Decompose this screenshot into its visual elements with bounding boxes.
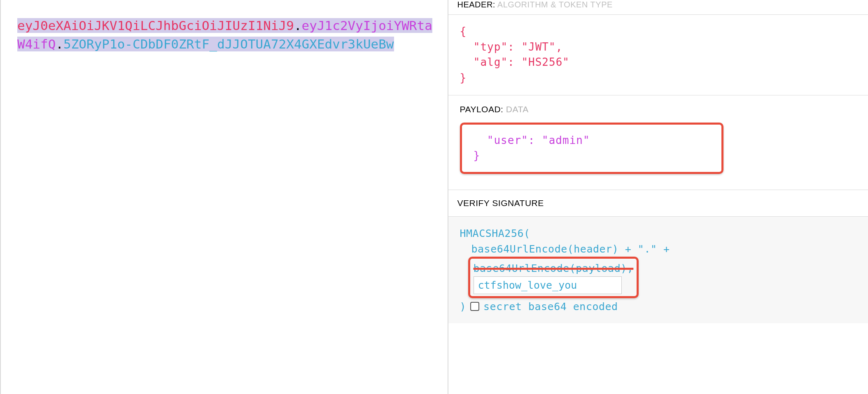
payload-section-title: PAYLOAD: DATA — [460, 104, 857, 114]
secret-highlight-box: base64UrlEncode(payload), — [468, 257, 639, 298]
verify-signature-body: HMACSHA256( base64UrlEncode(header) + ".… — [448, 216, 868, 323]
secret-checkbox-row: ) secret base64 encoded — [460, 299, 857, 315]
header-decoded-body[interactable]: { "typ": "JWT", "alg": "HS256" } — [448, 14, 868, 95]
jwt-header-segment: eyJ0eXAiOiJKV1QiLCJhbGciOiJIUzI1NiJ9 — [17, 18, 294, 33]
header-section-sublabel: ALGORITHM & TOKEN TYPE — [497, 0, 613, 9]
verify-signature-code: HMACSHA256( base64UrlEncode(header) + ".… — [460, 226, 857, 314]
payload-json-code: "user": "admin" } — [474, 133, 710, 164]
secret-base64-checkbox[interactable] — [470, 302, 479, 311]
verify-b64-header-line: base64UrlEncode(header) + "." + — [460, 241, 857, 257]
verify-b64-payload-line: base64UrlEncode(payload), — [474, 261, 634, 276]
payload-user-line: "user": "admin" — [474, 133, 710, 148]
secret-base64-label: secret base64 encoded — [483, 299, 618, 315]
verify-payload-striked: base64UrlEncode(payload), — [474, 262, 634, 274]
jwt-dot-2: . — [56, 37, 63, 51]
secret-highlight-wrapper: base64UrlEncode(payload), — [460, 257, 857, 298]
header-section-label: HEADER: — [457, 0, 495, 9]
header-brace-open: { — [460, 24, 857, 39]
secret-input[interactable] — [474, 276, 622, 294]
payload-section: PAYLOAD: DATA "user": "admin" } — [448, 95, 868, 190]
jwt-encoded-token[interactable]: eyJ0eXAiOiJKV1QiLCJhbGciOiJIUzI1NiJ9.eyJ… — [17, 18, 432, 51]
payload-title-label: PAYLOAD: — [460, 104, 504, 114]
jwt-signature-segment: 5ZORyP1o-CDbDF0ZRtF_dJJOTUA72X4GXEdvr3kU… — [63, 37, 394, 51]
header-json-code: { "typ": "JWT", "alg": "HS256" } — [460, 24, 857, 86]
verify-signature-section: VERIFY SIGNATURE HMACSHA256( base64UrlEn… — [448, 190, 868, 323]
header-brace-close: } — [460, 70, 857, 86]
verify-hmac-line: HMACSHA256( — [460, 226, 857, 241]
header-section-title: HEADER: ALGORITHM & TOKEN TYPE — [448, 0, 868, 14]
header-typ-line: "typ": "JWT", — [460, 39, 857, 55]
payload-highlight-box[interactable]: "user": "admin" } — [460, 123, 723, 174]
verify-signature-title: VERIFY SIGNATURE — [448, 190, 868, 216]
decoded-panel: HEADER: ALGORITHM & TOKEN TYPE { "typ": … — [448, 0, 868, 394]
encoded-token-panel: eyJ0eXAiOiJKV1QiLCJhbGciOiJIUzI1NiJ9.eyJ… — [0, 0, 448, 394]
payload-brace-close: } — [474, 148, 710, 164]
payload-title-sublabel: DATA — [506, 104, 529, 114]
verify-close-paren: ) — [460, 299, 467, 315]
jwt-dot-1: . — [294, 18, 302, 33]
header-alg-line: "alg": "HS256" — [460, 55, 857, 70]
